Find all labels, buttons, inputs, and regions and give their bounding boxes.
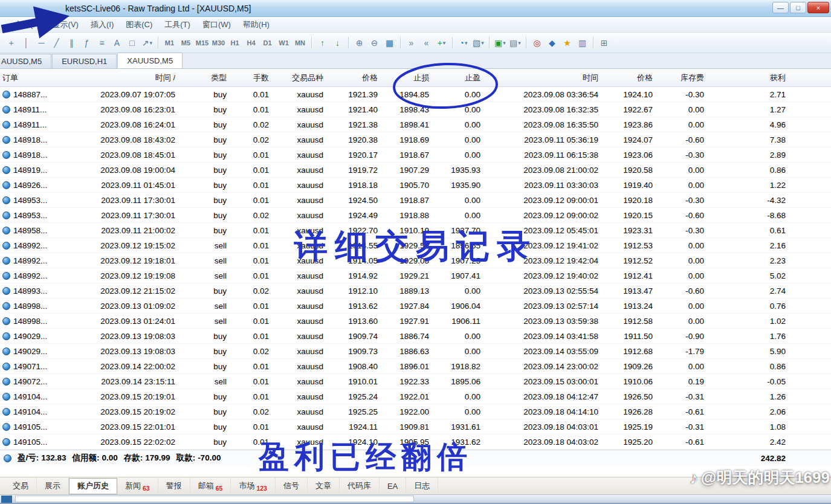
bottom-tab-signals[interactable]: 信号 xyxy=(276,477,308,494)
bottom-tab-experts[interactable]: EA xyxy=(380,477,406,494)
column-header-stop-loss[interactable]: 止损 xyxy=(378,73,429,83)
bottom-tab-journal[interactable]: 日志 xyxy=(406,477,438,494)
timeframe-m1[interactable]: M1 xyxy=(161,36,178,50)
minimize-button[interactable]: — xyxy=(772,2,789,13)
maximize-button[interactable]: □ xyxy=(790,2,806,13)
timeframe-h1[interactable]: H1 xyxy=(227,36,243,50)
timeframe-m15[interactable]: M15 xyxy=(194,36,210,50)
bottom-tab-market[interactable]: 市场123 xyxy=(231,477,276,494)
cell-close-price: 1923.06 xyxy=(598,150,653,160)
auto-scroll-icon[interactable]: » xyxy=(404,36,419,50)
column-header-profit[interactable]: 获利 xyxy=(704,73,786,83)
grid-icon[interactable]: ≡ xyxy=(94,36,109,50)
menu-tools[interactable]: 工具(T) xyxy=(158,17,196,32)
column-header-lots[interactable]: 手数 xyxy=(227,73,269,83)
scale-down-icon[interactable]: ↓ xyxy=(330,36,345,50)
table-row[interactable]: 148926...2023.09.11 01:45:01buy0.01xauus… xyxy=(0,178,831,193)
bottom-tab-articles[interactable]: 文章 xyxy=(308,477,340,494)
table-row[interactable]: 148992...2023.09.12 19:15:02sell0.01xauu… xyxy=(0,238,831,253)
table-row[interactable]: 148998...2023.09.13 01:24:01sell0.01xauu… xyxy=(0,314,831,329)
table-row[interactable]: 148887...2023.09.07 19:07:05buy0.01xauus… xyxy=(0,87,831,102)
crosshair-icon[interactable]: + xyxy=(4,36,19,50)
timeframe-m5[interactable]: M5 xyxy=(178,36,194,50)
table-row[interactable]: 149029...2023.09.13 19:08:03buy0.02xauus… xyxy=(0,344,831,359)
table-row[interactable]: 149104...2023.09.15 20:19:02buy0.02xauus… xyxy=(0,404,831,419)
bottom-tab-account-history[interactable]: 账户历史 xyxy=(69,478,117,494)
chart-shift-icon[interactable]: « xyxy=(419,36,434,50)
expert-advisors-icon[interactable]: ⊞ xyxy=(597,36,612,50)
table-row[interactable]: 149104...2023.09.15 20:19:01buy0.01xauus… xyxy=(0,389,831,404)
strategy-tester-icon[interactable]: ◔▾ xyxy=(456,36,471,50)
trendline-icon[interactable]: ╱ xyxy=(49,36,64,50)
column-header-take-profit[interactable]: 止盈 xyxy=(429,73,480,83)
table-row[interactable]: 149071...2023.09.14 22:00:02buy0.01xauus… xyxy=(0,359,831,374)
table-row[interactable]: 148993...2023.09.12 21:15:02buy0.02xauus… xyxy=(0,283,831,299)
new-chart-icon[interactable]: ▣▾ xyxy=(493,36,508,50)
bottom-tab-alerts[interactable]: 警报 xyxy=(158,477,190,494)
chart-tab-xauusd-m5-left[interactable]: AUUSD,M5 xyxy=(0,54,51,68)
table-row[interactable]: 148918...2023.09.08 18:45:01buy0.01xauus… xyxy=(0,147,831,163)
timeframe-d1[interactable]: D1 xyxy=(259,36,276,50)
table-row[interactable]: 148998...2023.09.13 01:09:02sell0.01xauu… xyxy=(0,299,831,314)
menu-help[interactable]: 帮助(H) xyxy=(237,17,276,32)
column-header-symbol[interactable]: 交易品种 xyxy=(269,73,323,83)
zoom-in-icon[interactable]: ⊕ xyxy=(352,36,367,50)
table-row[interactable]: 149029...2023.09.13 19:08:03buy0.01xauus… xyxy=(0,329,831,344)
bottom-tab-trade[interactable]: 交易 xyxy=(5,477,37,494)
menu-window[interactable]: 窗口(W) xyxy=(196,17,237,32)
vertical-line-icon[interactable]: │ xyxy=(19,36,34,50)
timeframe-m30[interactable]: M30 xyxy=(210,36,227,50)
zoom-out-icon[interactable]: ⊖ xyxy=(367,36,382,50)
profiles-icon[interactable]: ▤▾ xyxy=(508,36,523,50)
table-row[interactable]: 149105...2023.09.15 22:02:02buy0.01xauus… xyxy=(0,435,831,450)
favorites-icon[interactable]: ★ xyxy=(560,36,575,50)
tile-windows-icon[interactable]: ▦ xyxy=(382,36,397,50)
column-header-close-time[interactable]: 时间 xyxy=(480,73,598,83)
bottom-tab-exposure[interactable]: 展示 xyxy=(37,477,69,494)
menu-charts[interactable]: 图表(C) xyxy=(120,17,158,32)
cell-type: buy xyxy=(175,362,227,371)
table-row[interactable]: 148911...2023.09.08 16:24:01buy0.02xauus… xyxy=(0,117,831,132)
timeframe-mn[interactable]: MN xyxy=(292,36,308,50)
column-header-open-time[interactable]: 时间 / xyxy=(57,73,175,83)
table-row[interactable]: 148953...2023.09.11 17:30:01buy0.01xauus… xyxy=(0,193,831,208)
table-row[interactable]: 149072...2023.09.14 23:15:11sell0.01xauu… xyxy=(0,374,831,389)
templates-icon[interactable]: ▧▾ xyxy=(471,36,486,50)
menu-insert[interactable]: 插入(I) xyxy=(85,17,120,32)
table-row[interactable]: 148911...2023.09.08 16:23:01buy0.01xauus… xyxy=(0,102,831,117)
fibonacci-icon[interactable]: ƒ xyxy=(79,36,94,50)
table-row[interactable]: 148992...2023.09.12 19:19:08sell0.01xauu… xyxy=(0,268,831,283)
menu-file[interactable]: 文件(F) xyxy=(8,17,47,32)
chart-tab-xauusd-m5[interactable]: XAUUSD,M5 xyxy=(117,53,183,68)
bottom-tab-code-base[interactable]: 代码库 xyxy=(340,477,380,494)
channel-icon[interactable]: ∥ xyxy=(64,36,79,50)
data-window-icon[interactable]: ◎ xyxy=(529,36,545,50)
column-header-type[interactable]: 类型 xyxy=(175,73,227,83)
table-row[interactable]: 148958...2023.09.11 21:00:02buy0.01xauus… xyxy=(0,223,831,238)
table-row[interactable]: 148953...2023.09.11 17:30:01buy0.02xauus… xyxy=(0,208,831,223)
navigator-icon[interactable]: ◆ xyxy=(545,36,560,50)
column-header-order[interactable]: 订单 xyxy=(0,73,57,83)
timeframe-w1[interactable]: W1 xyxy=(276,36,292,50)
close-button[interactable]: × xyxy=(807,2,829,13)
table-row[interactable]: 149105...2023.09.15 22:01:01buy0.01xauus… xyxy=(0,419,831,435)
timeframe-h4[interactable]: H4 xyxy=(243,36,259,50)
shapes-icon[interactable]: □ xyxy=(124,36,140,50)
arrows-icon[interactable]: ↗▾ xyxy=(140,36,155,50)
column-header-swap[interactable]: 库存费 xyxy=(653,73,704,83)
bottom-tab-news[interactable]: 新闻63 xyxy=(117,477,158,494)
chart-tab-eurusd-h1[interactable]: EURUSD,H1 xyxy=(52,54,117,68)
column-header-close-price[interactable]: 价格 xyxy=(598,73,653,83)
table-row[interactable]: 148992...2023.09.12 19:18:01sell0.01xauu… xyxy=(0,253,831,268)
new-order-icon[interactable]: +▾ xyxy=(434,36,449,50)
scale-up-icon[interactable]: ↑ xyxy=(315,36,330,50)
horizontal-line-icon[interactable]: ─ xyxy=(34,36,49,50)
text-label-icon[interactable]: A xyxy=(109,36,124,50)
column-header-price[interactable]: 价格 xyxy=(323,73,378,83)
table-row[interactable]: 148919...2023.09.08 19:00:04buy0.01xauus… xyxy=(0,163,831,178)
terminal-icon[interactable]: ▥ xyxy=(575,36,590,50)
bottom-tab-mailbox[interactable]: 邮箱65 xyxy=(190,477,231,494)
table-row[interactable]: 148918...2023.09.08 18:43:02buy0.02xauus… xyxy=(0,132,831,147)
menu-view[interactable]: 显示(V) xyxy=(47,17,85,32)
cell-swap: 0.00 xyxy=(653,181,704,190)
